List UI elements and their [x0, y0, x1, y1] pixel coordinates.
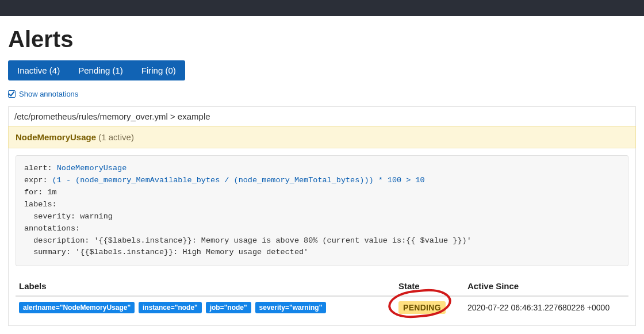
cell-state: PENDING: [395, 296, 464, 318]
label-chip[interactable]: job="node": [206, 302, 251, 313]
checkbox-icon: [8, 90, 16, 98]
page-title: Alerts: [8, 26, 636, 52]
rule-active-count: (1 active): [98, 132, 134, 142]
top-nav-bar: [0, 0, 644, 16]
code-labels-line: labels:: [24, 200, 57, 209]
rule-body: alert: NodeMemoryUsage expr: (1 - (node_…: [8, 148, 636, 326]
rule-name: NodeMemoryUsage: [16, 132, 96, 142]
code-annotations-line: annotations:: [24, 224, 80, 233]
code-expr-link[interactable]: (1 - (node_memory_MemAvailable_bytes / (…: [52, 176, 425, 185]
label-chip[interactable]: alertname="NodeMemoryUsage": [19, 302, 135, 313]
state-badge: PENDING: [398, 301, 446, 314]
show-annotations-toggle[interactable]: Show annotations: [8, 90, 78, 98]
code-expr-kw: expr:: [24, 176, 52, 185]
cell-labels: alertname="NodeMemoryUsage" instance="no…: [16, 296, 395, 318]
tab-firing[interactable]: Firing (0): [132, 60, 185, 80]
code-alert-kw: alert:: [24, 164, 57, 172]
tab-pending[interactable]: Pending (1): [69, 60, 132, 80]
tab-inactive[interactable]: Inactive (4): [8, 60, 69, 80]
col-header-state: State: [395, 277, 464, 296]
col-header-active-since: Active Since: [464, 277, 628, 296]
rule-definition-code: alert: NodeMemoryUsage expr: (1 - (node_…: [16, 155, 628, 266]
code-description-line: description: '{{$labels.instance}}: Memo…: [24, 236, 471, 245]
code-severity-line: severity: warning: [24, 212, 113, 221]
code-summary-line: summary: '{{$labels.instance}}: High Mem…: [24, 248, 308, 256]
table-row: alertname="NodeMemoryUsage" instance="no…: [16, 296, 628, 318]
rule-header[interactable]: NodeMemoryUsage (1 active): [8, 126, 636, 148]
cell-active-since: 2020-07-22 06:46:31.227680226 +0000: [464, 296, 628, 318]
col-header-labels: Labels: [16, 277, 395, 296]
alert-filter-tabs: Inactive (4) Pending (1) Firing (0): [8, 60, 185, 80]
label-chip[interactable]: instance="node": [139, 302, 202, 313]
rule-group-path[interactable]: /etc/prometheus/rules/memory_over.yml > …: [8, 106, 636, 126]
code-for-line: for: 1m: [24, 188, 57, 197]
code-alert-link[interactable]: NodeMemoryUsage: [57, 164, 127, 172]
label-chip[interactable]: severity="warning": [255, 302, 327, 313]
alerts-table: Labels State Active Since alertname="Nod…: [16, 277, 628, 318]
show-annotations-label: Show annotations: [19, 90, 78, 98]
